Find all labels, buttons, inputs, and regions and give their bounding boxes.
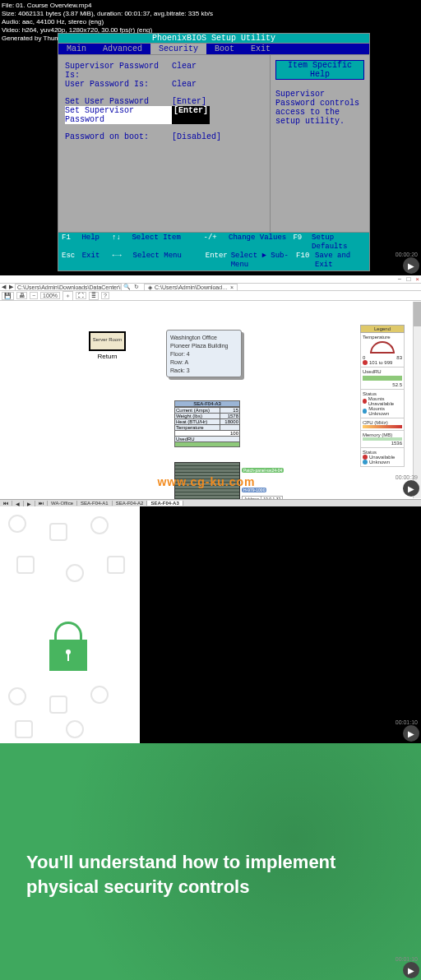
tab-nav-prev[interactable]: ◀ (12, 501, 24, 506)
temp-hi: 83 (396, 355, 402, 360)
rack-k1: Weight (lbs) (175, 414, 220, 419)
rack-header: SEA-F04-A3 (174, 400, 240, 407)
fit-icon[interactable]: ⛶ (76, 292, 86, 299)
path-field[interactable]: C:\Users\Admin\Downloads\DataCenter\Data… (15, 284, 122, 291)
pw-on-boot-value[interactable]: [Disabled] (172, 132, 221, 141)
rack-v4: 100 (175, 431, 240, 437)
rack-usedru-bar (175, 442, 240, 447)
tab-nav-first[interactable]: ⏮ (0, 501, 12, 506)
tab-nav-next[interactable]: ▶ (24, 501, 35, 506)
timestamp-3: 00:01:10 (396, 719, 418, 725)
bios-menu-main[interactable]: Main (58, 44, 95, 54)
zoom-field[interactable]: 100% (40, 292, 60, 299)
viewer-toolbar: 💾 🖶 − 100% ＋ ⛶ ≣ ? (0, 291, 421, 301)
set-supervisor-pw[interactable]: Set Supervisor Password (65, 106, 172, 124)
mem-value: 1536 (363, 441, 402, 446)
meta-audio: Audio: aac, 44100 Hz, stereo (eng) (2, 18, 419, 26)
key-updown: ↑↓ (112, 233, 132, 252)
refresh-icon[interactable]: ↻ (132, 284, 141, 290)
help-icon[interactable]: ? (101, 292, 109, 299)
vertical-scrollbar[interactable] (413, 302, 421, 498)
search-icon[interactable]: 🔍 (122, 284, 132, 290)
deco-icon (49, 696, 67, 714)
timestamp-4: 00:01:10 (396, 956, 418, 962)
deco-icon (16, 556, 35, 574)
sheet-tab-0[interactable]: WA-Office (48, 501, 77, 506)
key-plusminus: -/+ (204, 233, 229, 252)
scrollbar-thumb[interactable] (414, 302, 421, 326)
status2-blue-icon (363, 460, 368, 465)
print-icon[interactable]: 🖶 (16, 292, 27, 299)
sheet-tab-3[interactable]: SEA-F04-A3 (147, 501, 183, 506)
deco-icon (107, 556, 125, 574)
act-help: Help (81, 233, 112, 252)
timestamp-2: 00:00:39 (396, 474, 418, 480)
tab-close-icon[interactable]: × (230, 284, 234, 290)
cpu-bar (363, 425, 402, 428)
act-selectmenu: Select Menu (133, 252, 206, 270)
play-icon[interactable]: ▶ (403, 257, 419, 274)
rack-v3 (220, 425, 239, 431)
window-titlebar: − □ × (0, 275, 421, 283)
close-icon[interactable]: × (415, 275, 419, 283)
status2-unknown: Unknown (369, 460, 390, 465)
rack-k0: Current (Amps) (175, 408, 220, 414)
key-leftright: ←→ (113, 252, 133, 270)
deco-icon (66, 564, 84, 582)
gauge-icon (370, 341, 395, 354)
rack-info[interactable]: SEA-F04-A3 Current (Amps)15 Weight (lbs)… (174, 400, 240, 447)
forward-icon[interactable]: ▶ (7, 284, 15, 290)
patch-panel-label[interactable]: Patch-panel-sw24-04 (242, 468, 284, 473)
play-icon-3[interactable]: ▶ (403, 725, 419, 742)
play-icon-2[interactable]: ▶ (403, 480, 419, 497)
set-supervisor-pw-action[interactable]: [Enter] (172, 106, 210, 124)
zoomin-icon[interactable]: ＋ (62, 291, 73, 301)
sheet-tabs: ⏮ ◀ ▶ ⏭ WA-Office SEA-F04-A1 SEA-F04-A2 … (0, 499, 421, 506)
server-room-shape[interactable]: Server Room (89, 331, 126, 351)
bios-menubar: Main Advanced Security Boot Exit (58, 43, 370, 55)
tab-nav-last[interactable]: ⏭ (35, 501, 48, 506)
bios-menu-boot[interactable]: Boot (206, 44, 243, 54)
sheet-tab-2[interactable]: SEA-F04-A2 (113, 501, 148, 506)
back-icon[interactable]: ◀ (0, 284, 7, 290)
bios-menu-advanced[interactable]: Advanced (95, 44, 150, 54)
usedru-pct: 52.5 (363, 382, 402, 387)
key-f1: F1 (62, 233, 81, 252)
drawing-canvas[interactable]: Server Room Return Washington Office Pio… (0, 302, 413, 498)
rack-k2: Heat (BTU/Hr) (175, 419, 220, 425)
layers-icon[interactable]: ≣ (89, 292, 99, 300)
save-icon[interactable]: 💾 (2, 292, 14, 300)
bios-menu-security[interactable]: Security (150, 44, 206, 54)
act-save: Save and Exit (315, 252, 366, 270)
sheet-tab-1[interactable]: SEA-F04-A1 (77, 501, 113, 506)
deco-icon (90, 516, 109, 534)
legend-title: Legend (360, 325, 405, 333)
browser-tab[interactable]: ◈ C:\Users\Admin\Download… × (144, 284, 238, 291)
slide-headline: You'll understand how to implement physi… (26, 850, 395, 899)
status-unavail: Mounts Unavailable (368, 396, 402, 406)
server-room-link[interactable]: Return (89, 353, 126, 360)
pw-on-boot-label[interactable]: Password on boot: (65, 132, 172, 141)
legend-usedru: UsedRU (363, 369, 402, 374)
office-line-4: Row: A (170, 358, 238, 367)
set-user-pw-action[interactable]: [Enter] (172, 97, 206, 106)
act-exit: Exit (82, 252, 113, 270)
office-line-3: Floor: 4 (170, 350, 238, 358)
bios-menu-exit[interactable]: Exit (243, 44, 279, 54)
supervisor-pw-label: Supervisor Password Is: (65, 62, 172, 80)
maximize-icon[interactable]: □ (406, 275, 410, 283)
temp-range: 101 to 999 (369, 360, 392, 365)
minimize-icon[interactable]: − (398, 275, 402, 283)
office-line-2: Pioneer Plaza Building (170, 342, 238, 350)
office-line-5: Rack: 3 (170, 367, 238, 375)
set-user-pw[interactable]: Set User Password (65, 97, 172, 106)
browser-addressbar: ◀ ▶ C:\Users\Admin\Downloads\DataCenter\… (0, 283, 421, 291)
zoomout-icon[interactable]: − (30, 292, 38, 299)
deco-icon (66, 720, 84, 738)
tab-label: C:\Users\Admin\Download… (155, 284, 228, 290)
office-callout[interactable]: Washington Office Pioneer Plaza Building… (166, 330, 242, 377)
bios-window: PhoenixBIOS Setup Utility Main Advanced … (58, 33, 370, 271)
play-icon-4[interactable]: ▶ (403, 962, 419, 978)
rack-v2: 18000 (220, 419, 239, 425)
status-blue-icon (363, 409, 367, 414)
